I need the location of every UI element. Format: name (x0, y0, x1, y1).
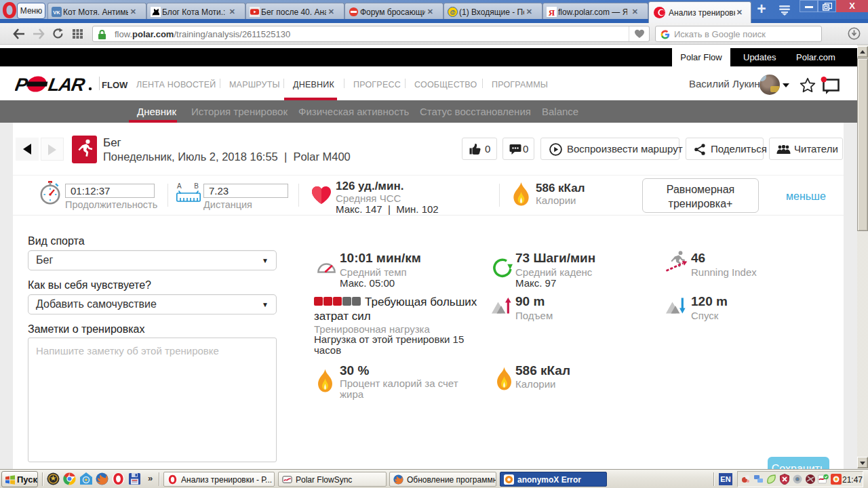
svg-text:@: @ (450, 9, 455, 16)
svg-text:Я: Я (549, 7, 555, 17)
svg-text:VK: VK (53, 9, 60, 16)
svg-text:LAR: LAR (47, 75, 87, 93)
